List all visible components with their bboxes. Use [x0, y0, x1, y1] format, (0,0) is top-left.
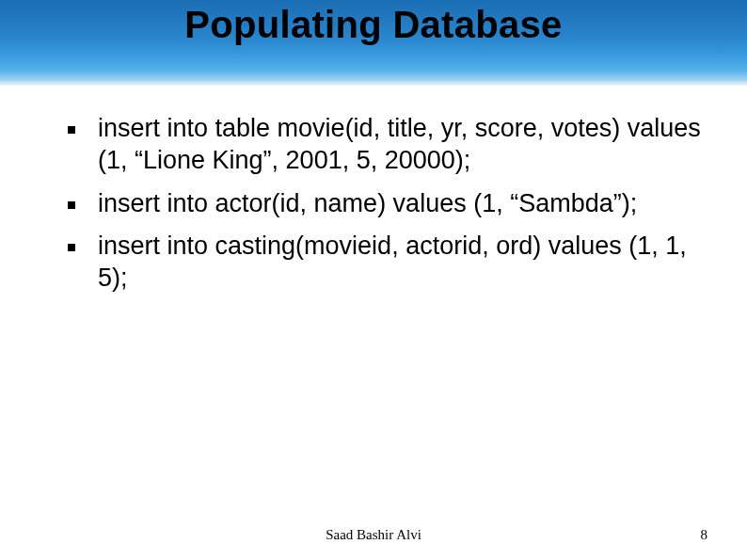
title-band: Populating Database — [0, 0, 747, 87]
bullet-icon — [68, 201, 75, 209]
bullet-icon — [68, 126, 75, 134]
bullet-text: insert into casting(movieid, actorid, or… — [98, 231, 709, 295]
footer-author: Saad Bashir Alvi — [326, 527, 421, 543]
list-item: insert into casting(movieid, actorid, or… — [68, 231, 709, 295]
list-item: insert into actor(id, name) values (1, “… — [68, 188, 709, 220]
bullet-icon — [68, 244, 75, 251]
bullet-text: insert into actor(id, name) values (1, “… — [98, 188, 637, 220]
slide-content: insert into table movie(id, title, yr, s… — [68, 113, 709, 306]
bullet-text: insert into table movie(id, title, yr, s… — [98, 113, 709, 177]
list-item: insert into table movie(id, title, yr, s… — [68, 113, 709, 177]
slide: Populating Database insert into table mo… — [0, 0, 747, 560]
footer: Saad Bashir Alvi 8 — [0, 527, 747, 543]
footer-page-number: 8 — [701, 527, 708, 543]
slide-title: Populating Database — [0, 4, 747, 46]
